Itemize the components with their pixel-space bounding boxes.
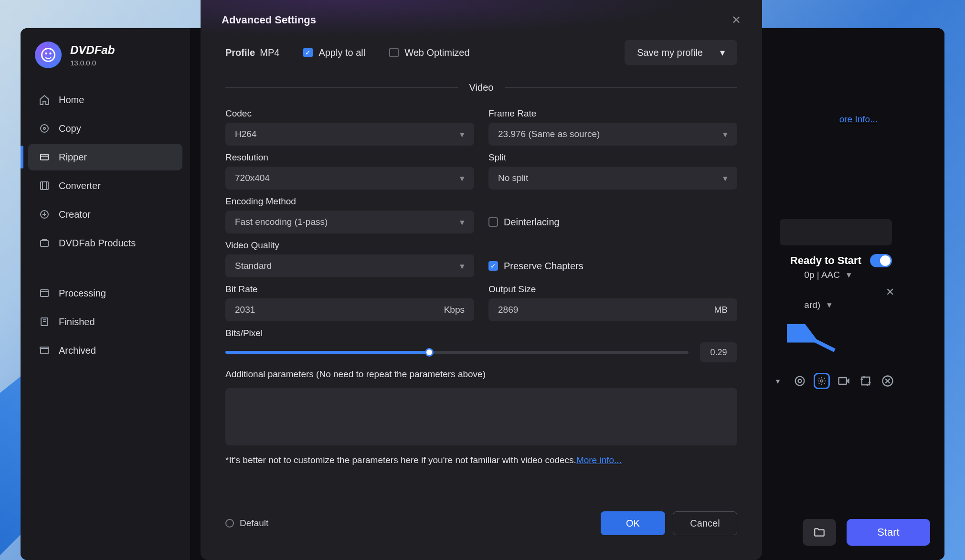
framerate-select[interactable]: 23.976 (Same as source)▾ <box>488 123 737 146</box>
brand-name: DVDFab <box>70 43 115 57</box>
split-label: Split <box>488 152 737 163</box>
framerate-label: Frame Rate <box>488 108 737 119</box>
crop-icon[interactable] <box>859 374 872 388</box>
video-section-header: Video <box>225 82 737 93</box>
svg-point-5 <box>43 127 45 129</box>
start-button[interactable]: Start <box>847 519 930 546</box>
quality-select[interactable]: Standard▾ <box>225 254 474 277</box>
save-profile-dropdown[interactable]: Save my profile▾ <box>625 40 737 65</box>
codec-select[interactable]: H264▾ <box>225 123 474 146</box>
task-quality-dropdown[interactable]: ard)▾ <box>804 299 832 310</box>
sidebar-item-label: Processing <box>59 288 106 299</box>
processing-icon <box>39 287 50 299</box>
input-box[interactable] <box>780 219 892 245</box>
more-info-link[interactable]: More info... <box>576 455 622 465</box>
finished-icon <box>39 316 50 328</box>
outputsize-label: Output Size <box>488 284 737 295</box>
bpp-label: Bits/Pixel <box>225 328 737 338</box>
preview-icon[interactable] <box>793 374 806 388</box>
brand: DVDFab 13.0.0.0 <box>21 42 190 82</box>
remove-icon[interactable] <box>881 374 894 388</box>
sidebar-item-home[interactable]: Home <box>28 86 182 113</box>
resolution-label: Resolution <box>225 152 474 163</box>
bpp-value: 0.29 <box>700 342 737 362</box>
svg-rect-10 <box>41 290 48 296</box>
home-icon <box>39 94 50 106</box>
arrow-annotation <box>787 324 844 353</box>
deinterlacing-checkbox[interactable]: Deinterlacing <box>488 217 560 228</box>
svg-rect-18 <box>862 377 870 385</box>
codec-label: Codec <box>225 108 474 119</box>
quality-label: Video Quality <box>225 240 474 251</box>
svg-point-14 <box>795 377 805 386</box>
divider <box>31 268 180 268</box>
task-format-dropdown[interactable]: 0p | AAC▾ <box>804 269 851 280</box>
task-remove-icon[interactable]: ✕ <box>886 286 894 298</box>
video-edit-icon[interactable] <box>837 374 850 388</box>
sidebar-item-label: Archived <box>59 345 96 356</box>
split-select[interactable]: No split▾ <box>488 167 737 190</box>
sidebar-item-products[interactable]: DVDFab Products <box>28 230 182 256</box>
bpp-slider[interactable] <box>225 351 689 354</box>
creator-icon <box>39 209 50 220</box>
copy-icon <box>39 123 50 134</box>
svg-rect-12 <box>41 349 48 354</box>
ready-status: Ready to Start <box>790 254 892 267</box>
modal-title: Advanced Settings <box>222 14 316 26</box>
sidebar-item-copy[interactable]: Copy <box>28 115 182 142</box>
brand-version: 13.0.0.0 <box>70 59 115 67</box>
default-radio[interactable]: Default <box>225 518 268 528</box>
bitrate-input[interactable]: Kbps <box>225 298 474 321</box>
params-hint: *It's better not to customize the parame… <box>225 455 737 465</box>
sidebar-item-label: DVDFab Products <box>59 238 136 249</box>
sidebar-item-creator[interactable]: Creator <box>28 201 182 228</box>
svg-rect-17 <box>839 378 847 384</box>
ripper-icon <box>39 151 50 163</box>
modal-close-icon[interactable]: ✕ <box>732 13 741 27</box>
more-info-link[interactable]: ore Info... <box>839 114 878 125</box>
sidebar: DVDFab 13.0.0.0 Home Copy Ripper Convert… <box>21 28 190 560</box>
sidebar-item-label: Home <box>59 95 84 106</box>
sidebar-item-archived[interactable]: Archived <box>28 337 182 364</box>
encoding-label: Encoding Method <box>225 196 474 207</box>
svg-rect-6 <box>41 154 48 160</box>
resolution-select[interactable]: 720x404▾ <box>225 167 474 190</box>
advanced-settings-modal: Advanced Settings ✕ ProfileMP4 ✓Apply to… <box>201 0 762 560</box>
sidebar-item-label: Finished <box>59 317 95 328</box>
svg-rect-9 <box>41 241 48 246</box>
additional-params-input[interactable] <box>225 388 737 445</box>
chevron-down-icon[interactable]: ▾ <box>776 377 780 386</box>
sidebar-item-label: Copy <box>59 123 81 134</box>
preserve-chapters-checkbox[interactable]: ✓Preserve Chapters <box>488 261 583 272</box>
ready-text: Ready to Start <box>790 254 861 267</box>
cancel-button[interactable]: Cancel <box>673 511 737 535</box>
sidebar-item-label: Creator <box>59 209 91 220</box>
sidebar-item-converter[interactable]: Converter <box>28 172 182 199</box>
converter-icon <box>39 180 50 191</box>
products-icon <box>39 237 50 249</box>
apply-to-all-checkbox[interactable]: ✓Apply to all <box>303 47 365 58</box>
svg-line-13 <box>792 329 835 350</box>
output-folder-button[interactable] <box>803 519 836 546</box>
encoding-select[interactable]: Fast encoding (1-pass)▾ <box>225 211 474 233</box>
svg-point-15 <box>798 380 802 383</box>
outputsize-input[interactable]: MB <box>488 298 737 321</box>
sidebar-item-label: Converter <box>59 180 101 191</box>
advanced-settings-icon[interactable] <box>815 374 828 388</box>
app-logo-icon <box>35 42 62 68</box>
sidebar-item-finished[interactable]: Finished <box>28 308 182 335</box>
sidebar-item-label: Ripper <box>59 152 87 163</box>
svg-point-16 <box>821 380 823 382</box>
ok-button[interactable]: OK <box>601 511 665 535</box>
svg-point-1 <box>42 49 55 62</box>
web-optimized-checkbox[interactable]: Web Optimized <box>389 47 469 58</box>
svg-point-2 <box>45 53 47 55</box>
svg-rect-7 <box>41 182 48 190</box>
ready-toggle[interactable] <box>870 254 892 267</box>
svg-point-3 <box>49 53 52 55</box>
sidebar-item-processing[interactable]: Processing <box>28 280 182 306</box>
archived-icon <box>39 345 50 356</box>
svg-point-4 <box>41 125 48 132</box>
bitrate-label: Bit Rate <box>225 284 474 295</box>
sidebar-item-ripper[interactable]: Ripper <box>28 144 182 170</box>
